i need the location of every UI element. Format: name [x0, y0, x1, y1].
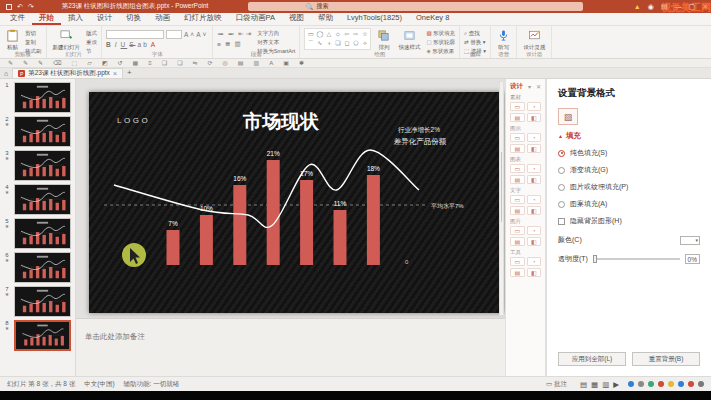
font-color-icon[interactable]: A	[151, 41, 157, 48]
table-icon[interactable]: ▤	[238, 60, 244, 66]
design-tool-icon[interactable]: ▭	[510, 133, 525, 142]
design-ideas-button[interactable]: 设计灵感	[521, 28, 547, 51]
undo-icon[interactable]: ↺	[118, 60, 123, 66]
design-tool-icon[interactable]: ◔	[527, 164, 542, 173]
design-tool-icon[interactable]: ◔	[527, 226, 542, 235]
tab-10[interactable]: LvyhTools(1825)	[340, 12, 409, 25]
design-panel-close-icon[interactable]: ✕	[536, 83, 541, 90]
slide-canvas[interactable]: LOGO 市场现状 行业净增长2% 差异化产品份额 平均水平7% 0 7%10%…	[76, 79, 505, 318]
slide-thumbnail-image[interactable]	[14, 150, 71, 181]
paste-button[interactable]: 粘贴	[4, 28, 21, 51]
minimize-button[interactable]: —	[675, 3, 682, 10]
search-input[interactable]: 🔍 搜索	[248, 2, 583, 11]
slide-thumbnail-4[interactable]: 4★	[0, 184, 75, 215]
align-text-button[interactable]: 对齐文本	[257, 39, 295, 46]
design-tool-icon[interactable]: ▭	[510, 226, 525, 235]
comments-button[interactable]: ▭ 批注	[546, 380, 567, 389]
notes-pane[interactable]: 单击此处添加备注	[76, 318, 505, 376]
slide-thumbnail-image[interactable]	[14, 286, 71, 317]
tray-icon-5[interactable]	[678, 381, 684, 387]
slide-thumbnail-8[interactable]: 8★	[0, 320, 75, 351]
close-tab-icon[interactable]: ×	[113, 70, 117, 77]
align-center-icon[interactable]: ≣	[225, 40, 232, 48]
text-direction-button[interactable]: 文字方向	[257, 30, 295, 37]
slide-thumbnail-image[interactable]	[14, 116, 71, 147]
fill-section-header[interactable]: ▲ 填充	[558, 131, 700, 141]
bullets-icon[interactable]: ≔	[217, 30, 226, 38]
fill-option-2[interactable]: 图片或纹理填充(P)	[558, 182, 700, 192]
layout-button[interactable]: 版式	[86, 30, 97, 37]
new-slide-button[interactable]: 新建幻灯片	[51, 28, 83, 51]
undo-icon[interactable]: ↶	[17, 3, 23, 10]
underline-icon[interactable]: U	[121, 41, 128, 48]
tray-icon-3[interactable]	[658, 381, 664, 387]
close-button[interactable]: ✕	[702, 3, 708, 11]
slideshow-icon[interactable]: ▶	[613, 380, 619, 389]
font-name-select[interactable]	[106, 30, 164, 39]
shape-fill-button[interactable]: ▨ 形状填充	[426, 30, 455, 37]
group-icon[interactable]: ❑	[162, 60, 167, 66]
warning-icon[interactable]: ▲	[634, 3, 641, 10]
pen-icon[interactable]: ✎	[8, 60, 13, 66]
fill-option-0[interactable]: 纯色填充(S)	[558, 148, 700, 158]
columns-icon[interactable]: ▥	[235, 40, 243, 48]
cut-button[interactable]: 剪切	[25, 30, 42, 37]
tab-7[interactable]: 口袋动画PA	[229, 12, 282, 25]
tab-11[interactable]: OneKey 8	[409, 12, 456, 25]
text-icon[interactable]: A	[269, 60, 273, 66]
slide-thumbnail-1[interactable]: 1	[0, 82, 75, 113]
tray-icon-6[interactable]	[688, 381, 694, 387]
language-status[interactable]: 中文(中国)	[84, 380, 114, 389]
maximize-button[interactable]: ▢	[689, 3, 696, 11]
dictate-button[interactable]: 听写	[495, 28, 512, 51]
design-tool-icon[interactable]: ▤	[510, 206, 525, 215]
rotate-icon[interactable]: ⟳	[208, 60, 213, 66]
save-icon[interactable]	[6, 4, 12, 10]
indent-icon[interactable]: ⇤⇥	[238, 30, 253, 38]
text-shadow-icon[interactable]: ab	[138, 41, 149, 48]
design-tool-icon[interactable]: ▤	[510, 144, 525, 153]
select-icon[interactable]: ⬚	[72, 60, 78, 66]
slide-thumbnail-3[interactable]: 3★	[0, 150, 75, 181]
design-tool-icon[interactable]: ◧	[527, 237, 542, 246]
grow-font-icon[interactable]: A˄A˅	[184, 31, 208, 38]
tab-1[interactable]: 开始	[32, 12, 61, 25]
design-tool-icon[interactable]: ▭	[510, 195, 525, 204]
bold-icon[interactable]: B	[106, 41, 113, 48]
user-avatar[interactable]: ◉	[648, 3, 654, 11]
slide-thumbnail-image[interactable]	[14, 184, 71, 215]
settings-icon[interactable]: ✱	[299, 60, 304, 66]
fill-option-3[interactable]: 图案填充(A)	[558, 199, 700, 209]
slide-thumbnail-7[interactable]: 7★	[0, 286, 75, 317]
fill-option-1[interactable]: 渐变填充(G)	[558, 165, 700, 175]
grid-icon[interactable]: ▦	[133, 60, 139, 66]
design-tool-icon[interactable]: ▤	[510, 237, 525, 246]
transparency-value[interactable]: 0%	[685, 254, 700, 264]
slide-thumbnail-2[interactable]: 2★	[0, 116, 75, 147]
slide-thumbnail-5[interactable]: 5★	[0, 218, 75, 249]
design-tool-icon[interactable]: ▤	[510, 113, 525, 122]
copy-button[interactable]: 复制	[25, 39, 42, 46]
slide-thumbnail-image[interactable]	[14, 320, 71, 351]
normal-view-icon[interactable]: ▤	[580, 380, 587, 389]
color-dropdown[interactable]: ▾	[680, 236, 700, 245]
design-tool-icon[interactable]: ◔	[527, 257, 542, 266]
canvas-scrollbar[interactable]	[499, 81, 504, 316]
tab-2[interactable]: 插入	[61, 12, 90, 25]
reset-button[interactable]: 重设	[86, 39, 97, 46]
reading-view-icon[interactable]: ▥	[602, 380, 609, 389]
design-tool-icon[interactable]: ◧	[527, 206, 542, 215]
italic-icon[interactable]: I	[115, 41, 119, 48]
tab-4[interactable]: 切换	[119, 12, 148, 25]
ribbon-options-icon[interactable]: ▤	[661, 3, 668, 11]
pen-icon[interactable]: ✎	[23, 60, 28, 66]
eraser-icon[interactable]: ⌫	[53, 60, 61, 66]
slide-thumbnail-image[interactable]	[14, 82, 71, 113]
zoom-icon[interactable]: ◎	[223, 60, 228, 66]
slide-thumbnail-6[interactable]: 6★	[0, 252, 75, 283]
tab-5[interactable]: 动画	[148, 12, 177, 25]
design-tool-icon[interactable]: ▭	[510, 257, 525, 266]
tray-icon-0[interactable]	[628, 381, 634, 387]
flip-icon[interactable]: ⇋	[193, 60, 198, 66]
layer-icon[interactable]: ❏	[177, 60, 182, 66]
